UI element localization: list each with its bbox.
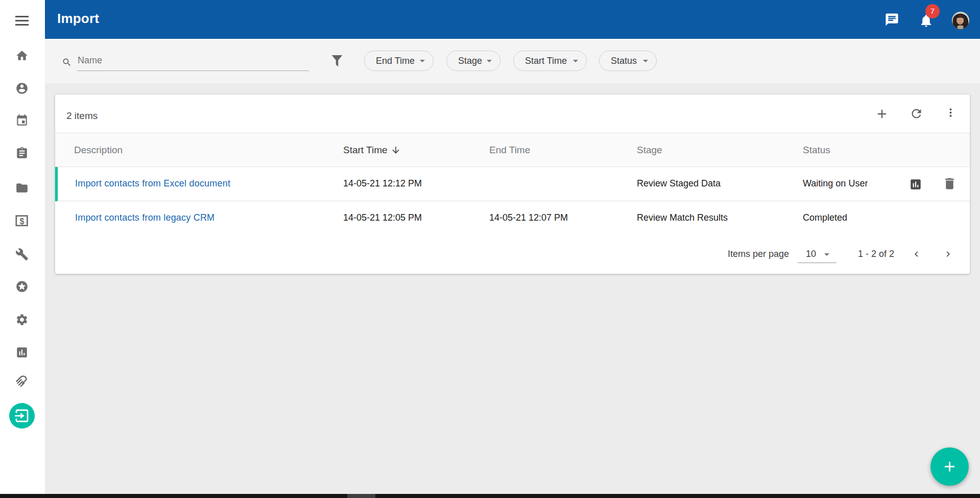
svg-text:$: $ [20, 217, 25, 226]
